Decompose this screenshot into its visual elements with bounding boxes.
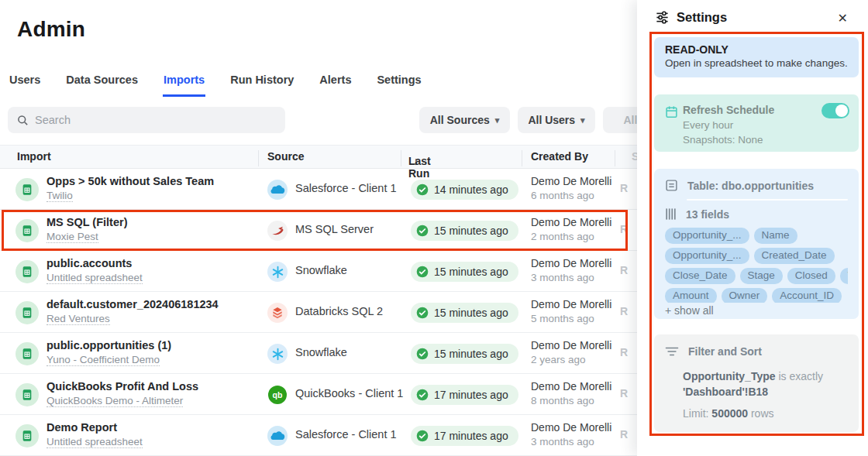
- spreadsheet-icon: [16, 219, 39, 242]
- sort-descending-icon: ↓: [413, 155, 418, 167]
- column-header-import[interactable]: Import: [17, 150, 51, 163]
- column-divider: [401, 150, 401, 166]
- last-run-status-badge: 17 minutes ago: [411, 426, 518, 446]
- import-spreadsheet-link[interactable]: Untitled spreadsheet: [46, 272, 143, 284]
- field-chip: Name: [754, 228, 797, 244]
- table-row[interactable]: default.customer_202406181234 Red Ventur…: [0, 292, 637, 333]
- success-check-icon: [416, 389, 429, 401]
- source-name: Salesforce - Client 1: [295, 182, 397, 194]
- created-when: 3 months ago: [531, 436, 594, 447]
- snowflake-icon: [267, 344, 288, 364]
- filter-condition: Opportunity_Type is exactly 'Dashboard'!…: [683, 369, 848, 399]
- tab-settings[interactable]: Settings: [376, 74, 422, 97]
- import-name: default.customer_202406181234: [46, 298, 219, 310]
- created-by-name: Demo De Morelli: [531, 257, 611, 269]
- import-spreadsheet-link[interactable]: Red Ventures: [46, 313, 110, 325]
- import-name: MS SQL (Filter): [46, 216, 127, 228]
- column-header-source[interactable]: Source: [267, 150, 304, 163]
- refresh-snapshots: Snapshots: None: [683, 134, 849, 146]
- quickbooks-icon: qb: [267, 385, 288, 405]
- created-when: 5 months ago: [531, 313, 594, 324]
- import-spreadsheet-link[interactable]: Twilio: [46, 190, 73, 202]
- chevron-down-icon: ▾: [580, 115, 585, 125]
- search-placeholder: Search: [35, 114, 71, 126]
- settings-panel: Settings ✕ READ-ONLY Open in spreadsheet…: [637, 0, 868, 456]
- import-spreadsheet-link[interactable]: Moxie Pest: [46, 231, 98, 243]
- filter-sort-card: Filter and Sort Opportunity_Type is exac…: [654, 334, 859, 432]
- calendar-icon: [665, 105, 678, 118]
- settings-panel-header: Settings: [655, 10, 727, 25]
- refresh-frequency: Every hour: [683, 119, 849, 131]
- created-when: 2 years ago: [531, 354, 586, 365]
- success-check-icon: [416, 183, 429, 196]
- source-name: Snowflake: [295, 264, 347, 276]
- column-divider: [258, 150, 259, 166]
- spreadsheet-icon: [16, 260, 39, 283]
- created-when: 3 months ago: [531, 272, 594, 283]
- created-when: 2 months ago: [531, 231, 594, 242]
- row-limit: Limit: 500000 rows: [683, 407, 848, 420]
- search-input[interactable]: Search: [8, 107, 285, 133]
- column-divider: [615, 150, 615, 166]
- table-icon: [665, 179, 678, 192]
- tab-alerts[interactable]: Alerts: [319, 74, 352, 97]
- tab-users[interactable]: Users: [9, 74, 41, 97]
- field-chip: Stage: [740, 268, 783, 284]
- close-icon[interactable]: ✕: [838, 11, 848, 26]
- field-chip: Close_Date: [665, 268, 735, 284]
- field-chip: Account_ID: [772, 288, 842, 303]
- readonly-title: READ-ONLY: [665, 43, 848, 56]
- last-run-status-badge: 15 minutes ago: [411, 221, 518, 241]
- created-by-name: Demo De Morelli: [531, 298, 611, 310]
- import-name: public.opportunities (1): [46, 339, 171, 351]
- source-name: MS SQL Server: [295, 223, 374, 235]
- import-spreadsheet-link[interactable]: Yuno - Coefficient Demo: [46, 354, 160, 366]
- source-name: Snowflake: [295, 346, 347, 358]
- table-row[interactable]: public.opportunities (1) Yuno - Coeffici…: [0, 333, 637, 374]
- tab-run-history[interactable]: Run History: [229, 74, 294, 97]
- field-chip: Created_Date: [754, 248, 835, 264]
- settings-panel-title: Settings: [677, 10, 727, 25]
- tab-imports[interactable]: Imports: [163, 74, 205, 97]
- card-divider: [687, 199, 848, 201]
- hidden-column-fragment: R: [620, 387, 628, 399]
- source-name: QuickBooks - Client 1: [295, 387, 403, 399]
- all-sources-dropdown[interactable]: All Sources ▾: [419, 107, 510, 133]
- sliders-settings-icon: [655, 10, 670, 25]
- imports-table: Import Source Last Run↓ Created By S Opp…: [0, 145, 637, 456]
- last-run-status-badge: 14 minutes ago: [411, 180, 518, 200]
- table-row[interactable]: public.accounts Untitled spreadsheet Sno…: [0, 251, 637, 292]
- toggle-knob: [835, 105, 848, 117]
- hidden-column-fragment: R: [620, 428, 628, 441]
- import-name: public.accounts: [46, 257, 132, 269]
- imports-table-header: Import Source Last Run↓ Created By S: [0, 145, 637, 169]
- all-users-dropdown[interactable]: All Users ▾: [518, 107, 595, 133]
- hidden-column-fragment: R: [620, 305, 628, 317]
- created-by-name: Demo De Morelli: [531, 216, 611, 228]
- snowflake-icon: [267, 262, 288, 282]
- import-spreadsheet-link[interactable]: Untitled spreadsheet: [46, 436, 143, 448]
- admin-tab-bar: Users Data Sources Imports Run History A…: [9, 74, 422, 97]
- refresh-schedule-toggle[interactable]: [822, 103, 849, 118]
- created-by-name: Demo De Morelli: [531, 380, 611, 393]
- last-run-status-badge: 15 minutes ago: [411, 262, 518, 282]
- created-by-name: Demo De Morelli: [531, 175, 611, 187]
- source-name: Databricks SQL 2: [295, 305, 383, 317]
- show-all-fields-link[interactable]: + show all: [665, 304, 848, 317]
- field-chip-list: Opportunity_...Name Opportunity_...Creat…: [665, 228, 848, 303]
- field-chip: Owner: [722, 288, 768, 303]
- import-spreadsheet-link[interactable]: QuickBooks Demo - Altimeter: [46, 395, 183, 407]
- filter-sort-title: Filter and Sort: [688, 345, 762, 358]
- tab-data-sources[interactable]: Data Sources: [65, 74, 139, 97]
- mssql-icon: [267, 221, 288, 241]
- spreadsheet-icon: [16, 301, 39, 324]
- spreadsheet-icon: [16, 342, 39, 365]
- table-row[interactable]: QuickBooks Profit And Loss QuickBooks De…: [0, 374, 637, 415]
- table-row[interactable]: Demo Report Untitled spreadsheet Salesfo…: [0, 415, 637, 456]
- salesforce-icon: [267, 426, 288, 446]
- last-run-status-badge: 15 minutes ago: [411, 303, 518, 323]
- table-row[interactable]: Opps > 50k without Sales Team Twilio Sal…: [0, 169, 637, 210]
- fields-columns-icon: [665, 207, 677, 221]
- table-row[interactable]: MS SQL (Filter) Moxie Pest MS SQL Server…: [0, 210, 637, 251]
- column-header-created-by[interactable]: Created By: [531, 150, 588, 163]
